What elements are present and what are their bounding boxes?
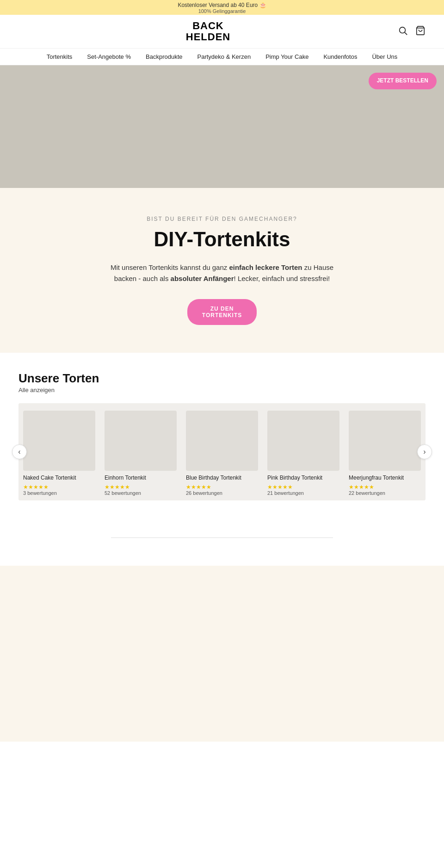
nav-pimp-your-cake[interactable]: Pimp Your Cake	[265, 53, 308, 60]
svg-point-0	[400, 27, 406, 33]
nav-partydeko[interactable]: Partydeko & Kerzen	[197, 53, 251, 60]
carousel-prev-button[interactable]: ‹	[12, 444, 27, 459]
product-stars: ★★★★★	[186, 484, 258, 490]
hero-section: JETZT BESTELLEN	[0, 65, 444, 188]
product-review-count: 52 bewertungen	[105, 490, 177, 496]
nav-set-angebote[interactable]: Set-Angebote %	[87, 53, 131, 60]
products-section: Unsere Torten Alle anzeigen ‹ Naked Cake…	[0, 353, 444, 528]
diy-description: Mit unseren Tortenkits kannst du ganz ei…	[106, 262, 338, 284]
product-image	[267, 411, 339, 471]
banner-line1: Kostenloser Versand ab 40 Euro 🎂	[0, 2, 444, 8]
products-heading: Unsere Torten	[18, 371, 426, 386]
nav-ueber-uns[interactable]: Über Uns	[372, 53, 397, 60]
logo: BaCK HeLDeN	[186, 20, 230, 43]
product-image	[23, 411, 95, 471]
product-image	[349, 411, 421, 471]
zu-den-tortenkits-button[interactable]: ZU DENTORTENKITS	[187, 299, 257, 325]
nav-tortenkits[interactable]: Tortenkits	[47, 53, 73, 60]
product-review-count: 22 bewertungen	[349, 490, 421, 496]
carousel: Naked Cake Tortenkit ★★★★★ 3 bewertungen…	[18, 403, 426, 500]
product-review-count: 21 bewertungen	[267, 490, 339, 496]
product-name: Meerjungfrau Tortenkit	[349, 475, 421, 482]
top-banner: Kostenloser Versand ab 40 Euro 🎂 100% Ge…	[0, 0, 444, 15]
cart-icon[interactable]	[415, 25, 426, 37]
site-header: BaCK HeLDeN	[0, 15, 444, 49]
product-image	[186, 411, 258, 471]
nav-backprodukte[interactable]: Backprodukte	[146, 53, 183, 60]
product-name: Blue Birthday Tortenkit	[186, 475, 258, 482]
product-stars: ★★★★★	[267, 484, 339, 490]
product-stars: ★★★★★	[105, 484, 177, 490]
banner-line2: 100% Gelinggarantie	[0, 8, 444, 14]
nav-row: Tortenkits Set-Angebote % Backprodukte P…	[0, 49, 444, 65]
nav-kundenfotos[interactable]: Kundenfotos	[323, 53, 357, 60]
divider-line	[111, 537, 333, 538]
product-stars: ★★★★★	[349, 484, 421, 490]
product-card[interactable]: Meerjungfrau Tortenkit ★★★★★ 22 bewertun…	[344, 403, 426, 500]
show-all-link[interactable]: Alle anzeigen	[18, 387, 55, 393]
carousel-wrapper: ‹ Naked Cake Tortenkit ★★★★★ 3 bewertung…	[18, 403, 426, 500]
product-card[interactable]: Blue Birthday Tortenkit ★★★★★ 26 bewertu…	[181, 403, 263, 500]
carousel-track: Naked Cake Tortenkit ★★★★★ 3 bewertungen…	[18, 403, 426, 500]
svg-line-1	[405, 32, 407, 35]
products-header: Unsere Torten Alle anzeigen	[18, 371, 426, 394]
divider-section	[0, 528, 444, 566]
header-icons	[398, 25, 426, 37]
product-name: Einhorn Tortenkit	[105, 475, 177, 482]
bottom-cream-section	[0, 566, 444, 742]
carousel-next-button[interactable]: ›	[417, 444, 432, 459]
product-image	[105, 411, 177, 471]
product-name: Pink Birthday Tortenkit	[267, 475, 339, 482]
diy-title: DIY-Tortenkits	[18, 228, 426, 251]
product-review-count: 3 bewertungen	[23, 490, 95, 496]
product-name: Naked Cake Tortenkit	[23, 475, 95, 482]
product-stars: ★★★★★	[23, 484, 95, 490]
product-card[interactable]: Pink Birthday Tortenkit ★★★★★ 21 bewertu…	[263, 403, 344, 500]
jetzt-bestellen-button[interactable]: JETZT BESTELLEN	[369, 73, 437, 89]
search-icon[interactable]	[398, 25, 408, 37]
product-card[interactable]: Einhorn Tortenkit ★★★★★ 52 bewertungen	[100, 403, 181, 500]
diy-section: BIST DU BEREIT FÜR DEN GAMECHANGER? DIY-…	[0, 188, 444, 353]
diy-subtitle: BIST DU BEREIT FÜR DEN GAMECHANGER?	[18, 216, 426, 222]
product-review-count: 26 bewertungen	[186, 490, 258, 496]
product-card[interactable]: Naked Cake Tortenkit ★★★★★ 3 bewertungen	[18, 403, 100, 500]
